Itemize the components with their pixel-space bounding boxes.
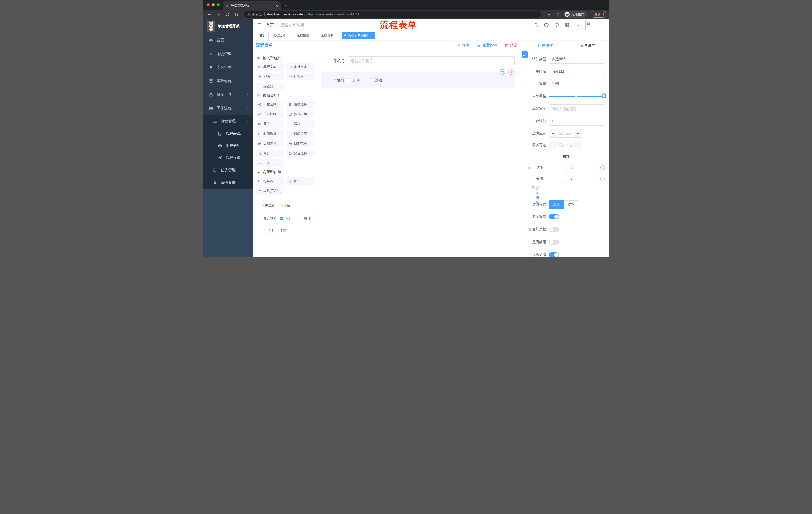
browser-tab[interactable]: 芋道管理系统 <box>223 1 281 9</box>
github-icon[interactable] <box>544 23 549 27</box>
min-select-stepper[interactable]: 至少应选 <box>549 129 582 138</box>
max-select-stepper[interactable]: 最多可选 <box>549 141 582 150</box>
drag-handle-icon[interactable] <box>527 166 532 170</box>
toggle-switch-是否带边框[interactable] <box>549 227 559 232</box>
sidebar-item-工作流程[interactable]: 工作流程 <box>203 101 253 115</box>
default-value-input[interactable] <box>549 117 605 126</box>
zoom-window-button[interactable] <box>216 3 220 6</box>
palette-item-表格[开发中][interactable]: 表格[开发中] <box>256 187 284 195</box>
label-width-input[interactable] <box>549 104 605 113</box>
palette-item-多选框组[interactable]: 多选框组 <box>286 110 315 118</box>
tab-close-icon[interactable] <box>275 4 279 7</box>
min-select-value[interactable]: 至少应选 <box>557 129 574 137</box>
sidebar-collapse-icon[interactable] <box>257 22 262 27</box>
palette-item-单选框组[interactable]: 单选框组 <box>256 110 284 118</box>
gender-option1[interactable]: 选项一 <box>347 78 364 83</box>
palette-item-时间范围[interactable]: 时间范围 <box>286 130 315 138</box>
option-value-input[interactable] <box>567 164 599 172</box>
sidebar-item-流程管理[interactable]: 流程管理 <box>203 115 253 128</box>
address-bar[interactable]: 不安全 dashboard.yudao.iocoder.cn/bpm/manag… <box>244 11 541 18</box>
view-tag-流程模型[interactable]: 流程模型 <box>294 32 316 39</box>
palette-item-开关[interactable]: 开关 <box>256 120 284 128</box>
home-icon[interactable] <box>234 12 239 17</box>
palette-item-密码[interactable]: 密码 <box>256 73 284 80</box>
palette-item-单行文本[interactable]: 单行文本 <box>256 63 284 71</box>
fullscreen-icon[interactable] <box>565 23 569 27</box>
form-grid-slider[interactable] <box>549 91 605 101</box>
palette-item-级联选择[interactable]: 级联选择 <box>286 101 315 108</box>
clear-button[interactable]: 清空 <box>504 43 518 48</box>
tag-close-icon[interactable] <box>311 34 314 37</box>
sidebar-item-请假查询[interactable]: 请假查询 <box>203 176 253 189</box>
palette-item-编辑器[interactable]: 编辑器 <box>256 83 284 90</box>
breadcrumb-home[interactable]: 首页 <box>266 23 273 27</box>
remove-option-button[interactable] <box>601 177 605 181</box>
avatar-dropdown-caret-icon[interactable] <box>601 23 605 27</box>
minimize-window-button[interactable] <box>211 3 214 6</box>
sidebar-item-用户分组[interactable]: 用户分组 <box>203 140 253 152</box>
toggle-switch-是否必填[interactable] <box>549 252 559 257</box>
sidebar-item-任务管理[interactable]: 任务管理 <box>203 164 253 176</box>
toggle-switch-显示标签[interactable] <box>549 214 559 219</box>
new-tab-button[interactable] <box>283 2 289 9</box>
stepper-decrease-button[interactable] <box>549 141 557 149</box>
remove-option-button[interactable] <box>601 165 605 170</box>
style-default-button[interactable]: 默认 <box>549 200 563 209</box>
reload-icon[interactable] <box>225 12 230 17</box>
stepper-increase-button[interactable] <box>574 141 582 149</box>
form-canvas[interactable]: 手机号 性别 选项一 <box>318 50 524 257</box>
tab-form-props[interactable]: 表单属性 <box>567 40 609 50</box>
title-input[interactable] <box>549 79 605 88</box>
checkbox-icon[interactable] <box>347 78 350 82</box>
slider-track[interactable] <box>549 96 605 97</box>
palette-item-计数器[interactable]: 123计数器 <box>286 73 315 80</box>
browser-update-button[interactable]: 更新 <box>591 11 607 18</box>
window-controls[interactable] <box>206 3 220 6</box>
canvas-field-gender-selected[interactable]: 性别 选项一 选项二 <box>321 72 515 88</box>
status-off-radio[interactable]: 关闭 <box>299 214 311 222</box>
user-avatar[interactable] <box>585 20 596 30</box>
canvas-field-phone[interactable]: 手机号 <box>321 56 515 65</box>
tab-component-props[interactable]: 组件属性 <box>524 40 567 50</box>
add-option-button[interactable]: 添加选项 <box>530 186 605 190</box>
sidebar-item-研发工具[interactable]: 研发工具 <box>203 88 253 101</box>
checkbox-icon[interactable] <box>370 78 373 82</box>
view-tag-流程表单-编辑[interactable]: 流程表单-编辑 <box>342 32 375 39</box>
palette-item-日期选择[interactable]: 日期选择 <box>256 140 284 147</box>
kebab-menu-icon[interactable] <box>602 12 605 16</box>
gender-option2[interactable]: 选项二 <box>370 78 386 83</box>
search-icon[interactable] <box>534 23 539 27</box>
save-button[interactable]: 保存 <box>456 43 469 48</box>
palette-item-上传[interactable]: 上传 <box>256 159 284 167</box>
view-tag-流程表单[interactable]: 流程表单 <box>318 32 340 39</box>
tag-close-icon[interactable] <box>369 34 372 37</box>
back-icon[interactable] <box>207 12 211 17</box>
option-label-input[interactable] <box>533 164 565 172</box>
field-name-input[interactable] <box>549 67 605 76</box>
form-name-input[interactable] <box>278 202 315 210</box>
sidebar-item-流程表单[interactable]: 流程表单 <box>203 128 253 140</box>
form-remark-textarea[interactable] <box>278 227 318 242</box>
sidebar-item-流程模型[interactable]: 流程模型 <box>203 152 253 164</box>
forward-icon[interactable] <box>216 12 221 17</box>
option-label-input[interactable] <box>533 175 565 183</box>
status-on-radio[interactable]: 开启 <box>280 214 292 222</box>
phone-input[interactable] <box>348 56 515 65</box>
palette-item-下拉选择[interactable]: 下拉选择 <box>256 101 284 108</box>
toggle-switch-是否禁用[interactable] <box>549 240 559 245</box>
palette-item-行容器[interactable]: 行容器 <box>256 177 284 185</box>
palette-item-时间选择[interactable]: 时间选择 <box>256 130 284 138</box>
slider-handle[interactable] <box>602 93 607 98</box>
sidebar-item-首页[interactable]: 首页 <box>203 33 253 47</box>
bookmark-star-icon[interactable] <box>556 12 560 16</box>
tag-close-icon[interactable] <box>335 34 338 37</box>
duplicate-component-button[interactable] <box>500 69 505 75</box>
view-tag-首页[interactable]: 首页 <box>257 32 268 39</box>
close-window-button[interactable] <box>206 3 209 6</box>
sidebar-item-系统管理[interactable]: 系统管理 <box>203 47 253 61</box>
view-json-button[interactable]: 查看json <box>477 43 497 48</box>
delete-component-button[interactable] <box>508 69 514 75</box>
palette-item-评分[interactable]: 评分 <box>256 150 284 157</box>
password-key-icon[interactable] <box>546 12 550 16</box>
palette-item-日期范围[interactable]: 日期范围 <box>286 140 315 147</box>
